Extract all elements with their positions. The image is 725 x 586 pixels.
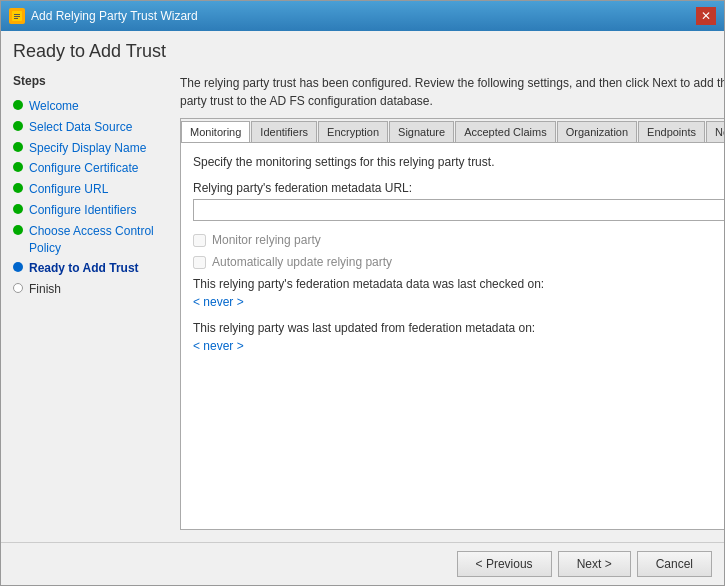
wizard-window: Add Relying Party Trust Wizard ✕ Ready t… bbox=[0, 0, 725, 586]
auto-update-checkbox[interactable] bbox=[193, 256, 206, 269]
last-updated-section: This relying party was last updated from… bbox=[193, 321, 724, 353]
sidebar-item-finish: Finish bbox=[13, 279, 168, 300]
sidebar-item-identifiers[interactable]: Configure Identifiers bbox=[13, 200, 168, 221]
tab-signature[interactable]: Signature bbox=[389, 121, 454, 142]
cancel-button[interactable]: Cancel bbox=[637, 551, 712, 577]
sidebar-item-display-name[interactable]: Specify Display Name bbox=[13, 138, 168, 159]
window-title: Add Relying Party Trust Wizard bbox=[31, 9, 198, 23]
sidebar-item-url[interactable]: Configure URL bbox=[13, 179, 168, 200]
dot-finish bbox=[13, 283, 23, 293]
last-updated-text: This relying party was last updated from… bbox=[193, 321, 724, 335]
close-button[interactable]: ✕ bbox=[696, 7, 716, 25]
footer: < Previous Next > Cancel bbox=[1, 542, 724, 585]
dot-ready bbox=[13, 262, 23, 272]
tab-accepted-claims[interactable]: Accepted Claims bbox=[455, 121, 556, 142]
title-bar: Add Relying Party Trust Wizard ✕ bbox=[1, 1, 724, 31]
url-field-label: Relying party's federation metadata URL: bbox=[193, 181, 724, 195]
monitor-checkbox[interactable] bbox=[193, 234, 206, 247]
tab-monitoring[interactable]: Monitoring bbox=[181, 121, 250, 143]
sidebar: Steps Welcome Select Data Source Specify… bbox=[13, 74, 168, 530]
monitor-checkbox-row: Monitor relying party bbox=[193, 233, 724, 247]
svg-rect-3 bbox=[14, 18, 18, 19]
sidebar-label-display-name: Specify Display Name bbox=[29, 140, 146, 157]
dot-url bbox=[13, 183, 23, 193]
page-description: The relying party trust has been configu… bbox=[180, 74, 724, 110]
sidebar-item-certificate[interactable]: Configure Certificate bbox=[13, 158, 168, 179]
monitoring-description: Specify the monitoring settings for this… bbox=[193, 155, 724, 169]
dot-identifiers bbox=[13, 204, 23, 214]
tab-identifiers[interactable]: Identifiers bbox=[251, 121, 317, 142]
tab-encryption[interactable]: Encryption bbox=[318, 121, 388, 142]
sidebar-item-ready[interactable]: Ready to Add Trust bbox=[13, 258, 168, 279]
sidebar-label-ready: Ready to Add Trust bbox=[29, 260, 139, 277]
auto-update-checkbox-label: Automatically update relying party bbox=[212, 255, 392, 269]
dot-welcome bbox=[13, 100, 23, 110]
auto-update-checkbox-row: Automatically update relying party bbox=[193, 255, 724, 269]
sidebar-label-finish: Finish bbox=[29, 281, 61, 298]
dot-certificate bbox=[13, 162, 23, 172]
previous-button[interactable]: < Previous bbox=[457, 551, 552, 577]
sidebar-label-url: Configure URL bbox=[29, 181, 108, 198]
app-icon bbox=[9, 8, 25, 24]
last-checked-value: < never > bbox=[193, 295, 724, 309]
tab-content-monitoring: Specify the monitoring settings for this… bbox=[181, 143, 724, 529]
page-title: Ready to Add Trust bbox=[1, 31, 724, 62]
monitor-checkbox-label: Monitor relying party bbox=[212, 233, 321, 247]
next-button[interactable]: Next > bbox=[558, 551, 631, 577]
svg-rect-2 bbox=[14, 16, 20, 17]
main-panel: The relying party trust has been configu… bbox=[180, 74, 724, 530]
sidebar-label-select-data-source: Select Data Source bbox=[29, 119, 132, 136]
title-bar-left: Add Relying Party Trust Wizard bbox=[9, 8, 198, 24]
content-area: Steps Welcome Select Data Source Specify… bbox=[1, 62, 724, 542]
dot-display-name bbox=[13, 142, 23, 152]
sidebar-label-access-control: Choose Access Control Policy bbox=[29, 223, 168, 257]
tab-organization[interactable]: Organization bbox=[557, 121, 637, 142]
last-updated-value: < never > bbox=[193, 339, 724, 353]
dot-access-control bbox=[13, 225, 23, 235]
last-checked-text: This relying party's federation metadata… bbox=[193, 277, 724, 291]
sidebar-label-welcome: Welcome bbox=[29, 98, 79, 115]
last-checked-section: This relying party's federation metadata… bbox=[193, 277, 724, 309]
sidebar-label-identifiers: Configure Identifiers bbox=[29, 202, 136, 219]
sidebar-item-access-control[interactable]: Choose Access Control Policy bbox=[13, 221, 168, 259]
dot-select-data-source bbox=[13, 121, 23, 131]
svg-rect-1 bbox=[14, 14, 20, 15]
tab-endpoints[interactable]: Endpoints bbox=[638, 121, 705, 142]
sidebar-item-select-data-source[interactable]: Select Data Source bbox=[13, 117, 168, 138]
tab-container: Monitoring Identifiers Encryption Signat… bbox=[180, 118, 724, 530]
tab-bar: Monitoring Identifiers Encryption Signat… bbox=[181, 119, 724, 143]
sidebar-label-certificate: Configure Certificate bbox=[29, 160, 138, 177]
tab-note[interactable]: Note bbox=[706, 121, 724, 142]
sidebar-heading: Steps bbox=[13, 74, 168, 88]
sidebar-item-welcome[interactable]: Welcome bbox=[13, 96, 168, 117]
federation-metadata-url-input[interactable] bbox=[193, 199, 724, 221]
